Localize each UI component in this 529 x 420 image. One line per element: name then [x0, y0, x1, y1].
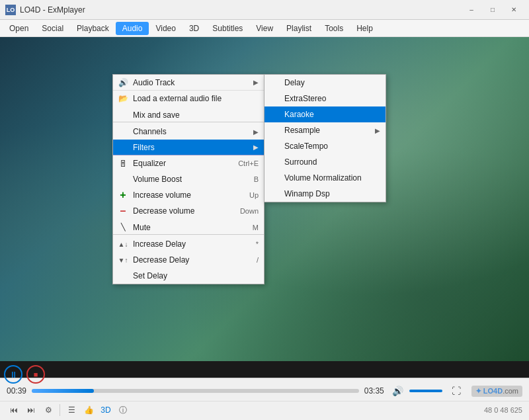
mute-item[interactable]: ╲ Mute M [113, 219, 264, 235]
decrease-volume-item[interactable]: – Decrease volume Down [113, 203, 264, 219]
close-button[interactable]: ✕ [504, 3, 524, 17]
karaoke-filter-item[interactable]: Karaoke [264, 106, 386, 122]
volume-area: 🔊 [389, 382, 442, 399]
extrastereo-filter-item[interactable]: ExtraStereo [264, 91, 386, 106]
audio-track-item[interactable]: 🔊 Audio Track ▶ [113, 75, 264, 91]
eq-button[interactable]: ⚙ [41, 403, 56, 417]
filters-arrow: ▶ [253, 144, 259, 151]
filters-submenu: Delay ExtraStereo Karaoke Resample ▶ Sca… [264, 74, 386, 202]
volume-boost-item[interactable]: Volume Boost B [113, 171, 264, 187]
decrease-volume-icon: – [117, 205, 129, 217]
minimize-button[interactable]: – [462, 3, 481, 17]
menu-3d[interactable]: 3D [183, 22, 206, 35]
3d-button[interactable]: 3D [99, 403, 113, 417]
increase-volume-icon: + [117, 189, 129, 201]
decrease-delay-shortcut: / [257, 256, 259, 264]
stop-button[interactable]: ■ [26, 365, 45, 384]
menu-playback[interactable]: Playback [70, 22, 116, 35]
progress-bar-area: 00:39 03:35 🔊 ⛶ ✦ LO4D.com [0, 378, 529, 401]
load-audio-item[interactable]: 📂 Load a external audio file [113, 91, 264, 106]
lo4d-logo: ✦ LO4D.com [471, 386, 522, 397]
scaletempo-filter-item[interactable]: ScaleTempo [264, 138, 386, 154]
fullscreen-icon[interactable]: ⛶ [452, 386, 461, 396]
toolbar-bottom: ⏮ ⏭ ⚙ ☰ 👍 3D ⓘ 48 0 48 625 [0, 401, 529, 420]
window-title: LO4D - ExMplayer [20, 5, 462, 15]
surround-filter-item[interactable]: Surround [264, 154, 386, 170]
menu-playlist[interactable]: Playlist [280, 22, 318, 35]
next-button[interactable]: ⏭ [24, 403, 38, 417]
total-time: 03:35 [364, 386, 384, 396]
menu-help[interactable]: Help [350, 22, 380, 35]
delay-filter-item[interactable]: Delay [264, 75, 386, 91]
progress-bar[interactable] [32, 389, 359, 393]
volume-slider[interactable] [409, 390, 442, 392]
app-icon: LO [5, 5, 16, 15]
increase-delay-icon: ▲↓ [117, 238, 129, 250]
increase-volume-shortcut: Up [249, 191, 259, 199]
set-delay-item[interactable]: Set Delay [113, 268, 264, 284]
info-button[interactable]: ⓘ [116, 403, 130, 417]
equalizer-item[interactable]: 🎚 Equalizer Ctrl+E [113, 155, 264, 171]
playlist-icon[interactable]: ☰ [64, 403, 79, 417]
equalizer-shortcut: Ctrl+E [238, 159, 259, 167]
equalizer-icon: 🎚 [117, 157, 129, 169]
increase-volume-item[interactable]: + Increase volume Up [113, 187, 264, 203]
current-time: 00:39 [7, 386, 26, 396]
menu-subtitles[interactable]: Subtitles [206, 22, 249, 35]
title-bar: LO LO4D - ExMplayer – □ ✕ [0, 0, 529, 20]
menu-bar: Open Social Playback Audio Video 3D Subt… [0, 20, 529, 37]
play-pause-button[interactable]: ⏸ [4, 365, 22, 384]
menu-tools[interactable]: Tools [318, 22, 350, 35]
mute-shortcut: M [253, 224, 259, 231]
decrease-delay-item[interactable]: ▼↑ Decrease Delay / [113, 252, 264, 268]
resample-arrow: ▶ [375, 127, 380, 134]
menu-video[interactable]: Video [149, 22, 182, 35]
bottom-controls: 00:39 03:35 🔊 ⛶ ✦ LO4D.com ⏮ ⏭ ⚙ ☰ 👍 3D … [0, 378, 529, 420]
separator [60, 404, 60, 416]
resample-filter-item[interactable]: Resample ▶ [264, 122, 386, 138]
status-text: 48 0 48 625 [484, 406, 522, 414]
volume-normalization-filter-item[interactable]: Volume Normalization [264, 170, 386, 186]
decrease-delay-icon: ▼↑ [117, 254, 129, 266]
playback-buttons: ⏸ ■ [4, 365, 45, 384]
prev-button[interactable]: ⏮ [7, 403, 21, 417]
mute-icon: ╲ [117, 222, 129, 233]
video-area: 🔊 Audio Track ▶ 📂 Load a external audio … [0, 37, 529, 361]
decrease-volume-shortcut: Down [240, 207, 259, 215]
menu-audio[interactable]: Audio [116, 22, 149, 35]
like-button[interactable]: 👍 [81, 403, 96, 417]
winamp-dsp-filter-item[interactable]: Winamp Dsp [264, 186, 386, 202]
menu-view[interactable]: View [249, 22, 280, 35]
maximize-button[interactable]: □ [483, 3, 503, 17]
audio-track-icon: 🔊 [117, 77, 129, 89]
filters-item[interactable]: Filters ▶ [113, 140, 264, 155]
submenu-arrow: ▶ [253, 79, 259, 86]
audio-dropdown-menu: 🔊 Audio Track ▶ 📂 Load a external audio … [112, 74, 264, 284]
volume-boost-shortcut: B [254, 175, 259, 183]
channels-item[interactable]: Channels ▶ [113, 124, 264, 140]
load-audio-icon: 📂 [117, 93, 129, 105]
increase-delay-shortcut: * [256, 240, 259, 248]
menu-open[interactable]: Open [3, 22, 35, 35]
volume-icon[interactable]: 🔊 [389, 382, 407, 399]
progress-bar-fill [32, 389, 94, 393]
window-controls: – □ ✕ [462, 3, 524, 17]
mix-save-item[interactable]: Mix and save [113, 106, 264, 122]
increase-delay-item[interactable]: ▲↓ Increase Delay * [113, 236, 264, 252]
menu-social[interactable]: Social [35, 22, 70, 35]
channels-arrow: ▶ [253, 128, 259, 136]
